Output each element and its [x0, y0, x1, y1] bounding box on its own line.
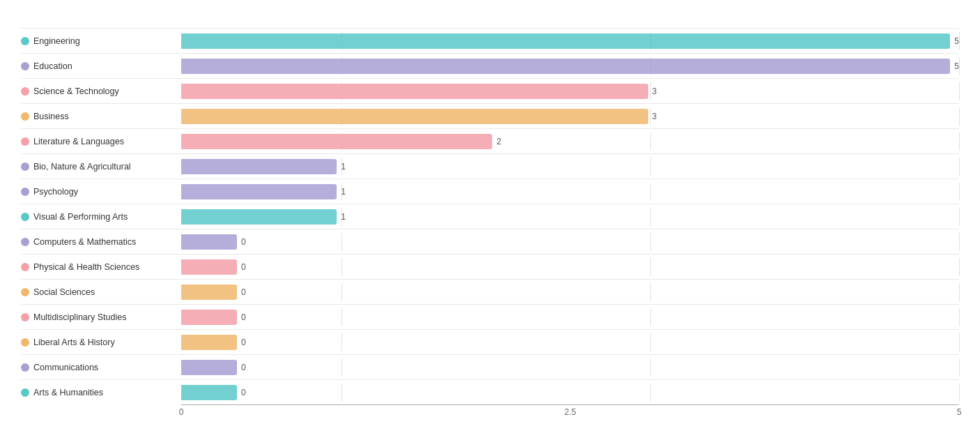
grid-line-max	[959, 233, 960, 251]
grid-line-max	[959, 183, 960, 201]
bar-dot	[21, 338, 29, 347]
grid-overlay	[342, 158, 959, 176]
bar-dot	[21, 213, 29, 221]
bar-value: 0	[241, 312, 246, 322]
bar-row: Psychology 1	[21, 179, 959, 204]
bar-track: 3	[181, 107, 959, 126]
bar-track: 0	[181, 233, 959, 251]
bar-label: Psychology	[33, 187, 78, 197]
bar-label-container: Communications	[21, 363, 181, 372]
grid-line-mid	[650, 233, 651, 251]
bar-row: Communications 0	[21, 354, 959, 379]
bar-label: Education	[33, 61, 72, 71]
grid-overlay	[342, 233, 959, 251]
grid-line-0	[342, 283, 342, 301]
grid-overlay	[342, 308, 959, 326]
grid-line-max	[959, 132, 960, 151]
bar-label-container: Social Sciences	[21, 287, 181, 297]
bar-label: Science & Technology	[33, 86, 119, 96]
bar-row: Liberal Arts & History 0	[21, 329, 959, 354]
bar-label-container: Liberal Arts & History	[21, 337, 181, 347]
bar-dot	[21, 137, 29, 146]
grid-line-mid	[650, 283, 651, 301]
grid-line-max	[959, 158, 960, 176]
bar-label-container: Visual & Performing Arts	[21, 212, 181, 222]
bar-row: Business 3	[21, 103, 959, 128]
bar-label-container: Physical & Health Sciences	[21, 262, 181, 272]
bar-label: Bio, Nature & Agricultural	[33, 162, 131, 172]
bar-fill	[181, 134, 492, 149]
bar-row: Social Sciences 0	[21, 279, 959, 304]
grid-line-mid	[650, 358, 651, 377]
bar-label-container: Multidisciplinary Studies	[21, 312, 181, 322]
grid-overlay	[342, 333, 959, 351]
grid-overlay	[342, 358, 959, 377]
grid-line-mid	[650, 333, 651, 351]
grid-line-max	[959, 32, 960, 50]
bar-label-container: Bio, Nature & Agricultural	[21, 162, 181, 172]
chart-header	[21, 14, 959, 15]
bar-label: Arts & Humanities	[33, 388, 103, 397]
bar-label-container: Computers & Mathematics	[21, 237, 181, 247]
bar-row: Visual & Performing Arts 1	[21, 204, 959, 229]
grid-line-0	[342, 258, 342, 276]
x-label-mid: 2.5	[565, 407, 576, 417]
bar-fill	[181, 360, 237, 375]
bar-value: 0	[241, 388, 246, 397]
grid-line-max	[959, 258, 960, 276]
bar-track: 0	[181, 384, 959, 402]
bar-label-container: Engineering	[21, 36, 181, 46]
bar-fill	[181, 310, 237, 325]
bar-dot	[21, 238, 29, 246]
bar-fill	[181, 234, 237, 250]
grid-line-0	[342, 384, 342, 402]
bar-label: Engineering	[33, 36, 80, 46]
bar-label: Physical & Health Sciences	[33, 262, 139, 272]
bar-dot	[21, 263, 29, 271]
bar-label: Communications	[33, 363, 98, 372]
grid-line-mid	[650, 132, 651, 151]
bar-track: 1	[181, 208, 959, 226]
bar-dot	[21, 162, 29, 171]
chart-body: Engineering 5 Education 5	[21, 28, 959, 418]
bar-dot	[21, 188, 29, 196]
bar-dot	[21, 363, 29, 372]
bar-fill	[181, 59, 950, 74]
bar-value: 0	[241, 337, 246, 347]
bar-row: Science & Technology 3	[21, 78, 959, 103]
bar-track: 0	[181, 258, 959, 276]
bar-track: 2	[181, 132, 959, 151]
bar-fill	[181, 184, 337, 199]
grid-line-mid	[650, 384, 651, 402]
bar-value: 3	[652, 86, 657, 96]
bar-row: Engineering 5	[21, 28, 959, 53]
bar-label: Visual & Performing Arts	[33, 212, 128, 222]
grid-overlay	[342, 208, 959, 226]
grid-line-max	[959, 57, 960, 75]
grid-line-0	[342, 333, 342, 351]
grid-line-mid	[650, 158, 651, 176]
x-label-max: 5	[957, 407, 962, 417]
bar-value: 0	[241, 287, 246, 297]
grid-line-0	[342, 308, 342, 326]
bar-dot	[21, 62, 29, 70]
bar-track: 0	[181, 358, 959, 377]
bar-value: 0	[241, 237, 246, 247]
bar-track: 5	[181, 57, 959, 75]
bar-track: 5	[181, 32, 959, 50]
bar-value: 5	[954, 61, 959, 71]
grid-line-mid	[650, 308, 651, 326]
bar-value: 0	[241, 363, 246, 372]
bar-row: Physical & Health Sciences 0	[21, 254, 959, 279]
bar-dot	[21, 112, 29, 121]
bar-row: Arts & Humanities 0	[21, 379, 959, 404]
bar-value: 2	[496, 137, 501, 146]
bar-label-container: Business	[21, 112, 181, 121]
x-label-0: 0	[179, 407, 184, 417]
bar-dot	[21, 288, 29, 296]
grid-line-max	[959, 308, 960, 326]
bar-track: 3	[181, 82, 959, 100]
bar-label: Social Sciences	[33, 287, 95, 297]
bar-fill	[181, 109, 648, 124]
grid-line-max	[959, 107, 960, 126]
